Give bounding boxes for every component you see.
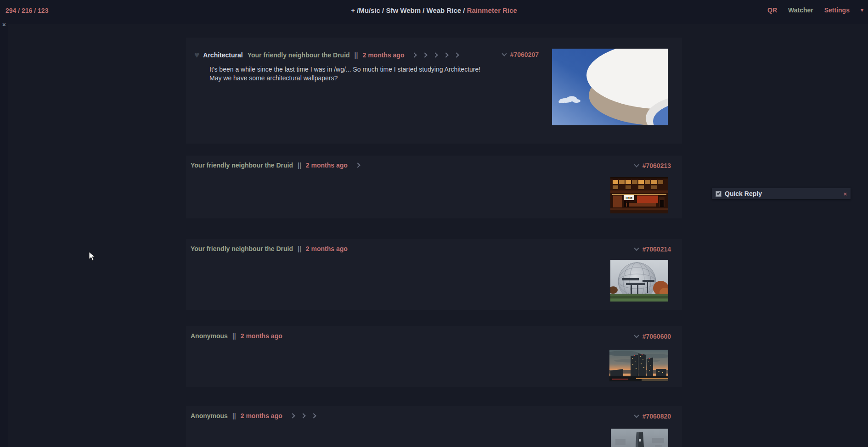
post-id-block: #7060600 [635, 333, 671, 340]
post-7060213: Your friendly neighbour the Druid || 2 m… [186, 156, 682, 218]
meta-separator: || [355, 51, 358, 59]
post-number-link[interactable]: #7060213 [643, 162, 671, 169]
post-timestamp: 2 months ago [362, 51, 404, 59]
post-thumbnail-geodesic-dome[interactable] [610, 260, 668, 302]
post-meta: Your friendly neighbour the Druid || 2 m… [191, 162, 360, 169]
reply-arrow-icon[interactable] [311, 413, 316, 418]
reply-arrow-icon[interactable] [290, 413, 295, 418]
post-timestamp: 2 months ago [241, 412, 282, 419]
post-number-link[interactable]: #7060600 [643, 333, 671, 340]
poster-name: Your friendly neighbour the Druid [191, 245, 293, 252]
post-thumbnail-ibm-store[interactable]: IBM [610, 177, 668, 213]
post-id-block: #7060213 [635, 162, 671, 169]
top-menu: QR Watcher Settings ▾ [767, 6, 863, 14]
reply-arrow-icon[interactable] [423, 52, 428, 57]
post-number-link[interactable]: #7060820 [643, 413, 671, 420]
reply-links [412, 53, 458, 57]
meta-separator: || [232, 332, 236, 340]
quick-reply-checkbox[interactable] [716, 191, 721, 197]
post-number-link[interactable]: #7060207 [510, 51, 539, 58]
post-meta: ♥ Architectural Your friendly neighbour … [194, 50, 458, 59]
post-menu-chevron-icon[interactable] [634, 246, 639, 251]
quick-reply-bar[interactable]: Quick Reply × [712, 188, 851, 199]
post-7060207: ♥ Architectural Your friendly neighbour … [186, 38, 682, 144]
reply-arrow-icon[interactable] [300, 413, 305, 418]
reply-arrow-icon[interactable] [355, 162, 360, 168]
breadcrumb[interactable]: + /Mu/sic / Sfw Webm / Weab Rice / Rainm… [351, 6, 517, 14]
post-thumbnail-aerial-city[interactable] [611, 429, 668, 447]
qr-menu-button[interactable]: QR [767, 6, 777, 14]
post-7060600: Anonymous || 2 months ago #7060600 [186, 326, 682, 387]
poster-name: Your friendly neighbour the Druid [248, 51, 350, 59]
reply-arrow-icon[interactable] [454, 52, 459, 57]
body-line: May we have some architectural wallpaper… [209, 74, 480, 83]
quick-reply-close-icon[interactable]: × [843, 190, 847, 197]
reply-links [291, 414, 316, 418]
post-body-text: It's been a while since the last time I … [209, 65, 480, 83]
reply-arrow-icon[interactable] [444, 52, 449, 57]
post-menu-chevron-icon[interactable] [634, 162, 639, 167]
reply-arrow-icon[interactable] [412, 52, 417, 57]
post-timestamp: 2 months ago [306, 162, 348, 169]
ibm-sign-text: IBM [626, 196, 632, 200]
post-menu-chevron-icon[interactable] [634, 413, 639, 418]
post-meta: Anonymous || 2 months ago [191, 332, 282, 340]
meta-separator: || [298, 245, 301, 252]
poster-name: Anonymous [191, 332, 228, 340]
body-line: It's been a while since the last time I … [209, 65, 480, 74]
post-id-block: #7060207 [502, 51, 539, 58]
watcher-menu-button[interactable]: Watcher [788, 6, 813, 14]
post-id-block: #7060820 [635, 413, 671, 420]
heart-icon[interactable]: ♥ [194, 50, 199, 59]
post-7060820: Anonymous || 2 months ago #7060820 [186, 406, 682, 447]
breadcrumb-current-thread: Rainmeter Rice [467, 6, 517, 14]
top-bar: 294 / 216 / 123 + /Mu/sic / Sfw Webm / W… [0, 0, 868, 20]
post-meta: Anonymous || 2 months ago [191, 412, 316, 419]
settings-menu-button[interactable]: Settings [824, 6, 850, 14]
post-menu-chevron-icon[interactable] [634, 333, 639, 338]
breadcrumb-boards[interactable]: + /Mu/sic / Sfw Webm / Weab Rice / [351, 6, 467, 14]
post-meta: Your friendly neighbour the Druid || 2 m… [191, 245, 348, 252]
meta-separator: || [232, 412, 236, 419]
reply-arrow-icon[interactable] [433, 52, 438, 57]
meta-separator: || [298, 162, 301, 169]
post-subject: Architectural [203, 51, 242, 59]
post-id-block: #7060214 [635, 246, 671, 253]
dropdown-icon[interactable]: ▾ [861, 7, 863, 13]
thread-close-icon[interactable]: × [2, 22, 6, 28]
quick-reply-title: Quick Reply [725, 190, 762, 197]
post-image-architecture[interactable] [552, 49, 668, 125]
checkmark-icon [717, 191, 721, 195]
reply-links [356, 163, 360, 167]
post-timestamp: 2 months ago [306, 245, 348, 252]
post-7060214: Your friendly neighbour the Druid || 2 m… [186, 239, 682, 310]
page: × 294 / 216 / 123 + /Mu/sic / Sfw Webm /… [0, 0, 868, 447]
board-stats: 294 / 216 / 123 [6, 7, 48, 14]
post-number-link[interactable]: #7060214 [643, 246, 671, 253]
post-thumbnail-futuristic-towers[interactable] [609, 350, 668, 381]
post-menu-chevron-icon[interactable] [502, 51, 507, 56]
post-timestamp: 2 months ago [241, 332, 282, 340]
poster-name: Anonymous [191, 412, 228, 419]
poster-name: Your friendly neighbour the Druid [191, 162, 293, 169]
